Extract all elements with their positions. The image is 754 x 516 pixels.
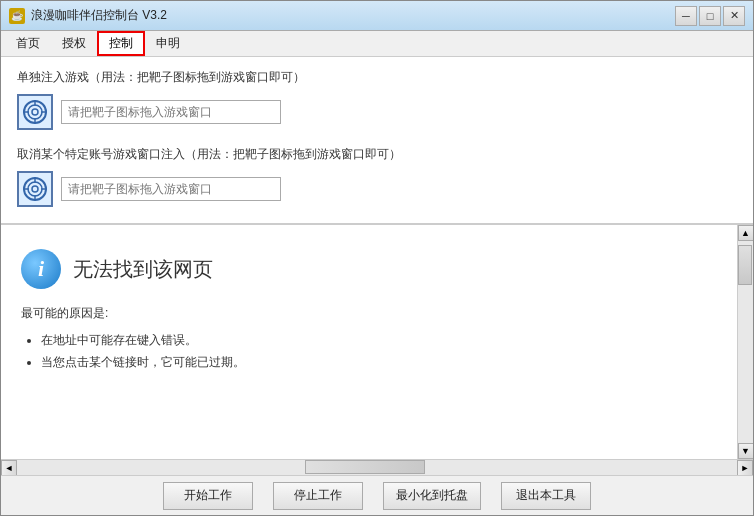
section2-inject-row — [17, 171, 737, 207]
control-panel: 单独注入游戏（用法：把靶子图标拖到游戏窗口即可） — [1, 57, 753, 224]
browser-wrapper: i 无法找到该网页 最可能的原因是: 在地址中可能存在键入错误。 当您点击某个链… — [1, 224, 753, 475]
window-controls: ─ □ ✕ — [675, 6, 745, 26]
exit-button[interactable]: 退出本工具 — [501, 482, 591, 510]
target-icon-2[interactable] — [17, 171, 53, 207]
main-window: ☕ 浪漫咖啡伴侣控制台 V3.2 ─ □ ✕ 首页 授权 控制 申明 单独注入游… — [0, 0, 754, 516]
menu-item-auth[interactable]: 授权 — [51, 32, 97, 55]
menu-item-home[interactable]: 首页 — [5, 32, 51, 55]
target-icon-1[interactable] — [17, 94, 53, 130]
svg-point-8 — [28, 182, 42, 196]
error-list: 在地址中可能存在键入错误。 当您点击某个链接时，它可能已过期。 — [41, 330, 717, 373]
maximize-button[interactable]: □ — [699, 6, 721, 26]
scroll-thumb-v[interactable] — [738, 245, 752, 285]
scroll-track-h[interactable] — [17, 460, 737, 475]
crosshair-icon-2 — [21, 175, 49, 203]
minimize-tray-button[interactable]: 最小化到托盘 — [383, 482, 481, 510]
menu-item-declare[interactable]: 申明 — [145, 32, 191, 55]
browser-area: i 无法找到该网页 最可能的原因是: 在地址中可能存在键入错误。 当您点击某个链… — [1, 224, 753, 459]
error-title-row: i 无法找到该网页 — [21, 249, 717, 289]
svg-point-2 — [32, 109, 38, 115]
bottom-toolbar: 开始工作 停止工作 最小化到托盘 退出本工具 — [1, 475, 753, 515]
menu-item-control[interactable]: 控制 — [97, 31, 145, 56]
scroll-track-v[interactable] — [738, 241, 753, 443]
error-desc: 最可能的原因是: — [21, 305, 717, 322]
title-bar: ☕ 浪漫咖啡伴侣控制台 V3.2 ─ □ ✕ — [1, 1, 753, 31]
error-item-0: 在地址中可能存在键入错误。 — [41, 330, 717, 352]
horizontal-scrollbar: ◄ ► — [1, 459, 753, 475]
inject-input-1[interactable] — [61, 100, 281, 124]
menu-bar: 首页 授权 控制 申明 — [1, 31, 753, 57]
scroll-right-button[interactable]: ► — [737, 460, 753, 476]
info-icon: i — [21, 249, 61, 289]
stop-work-button[interactable]: 停止工作 — [273, 482, 363, 510]
error-title: 无法找到该网页 — [73, 256, 213, 283]
svg-point-9 — [32, 186, 38, 192]
inject-input-2[interactable] — [61, 177, 281, 201]
browser-content: i 无法找到该网页 最可能的原因是: 在地址中可能存在键入错误。 当您点击某个链… — [1, 225, 737, 459]
start-work-button[interactable]: 开始工作 — [163, 482, 253, 510]
crosshair-icon-1 — [21, 98, 49, 126]
vertical-scrollbar: ▲ ▼ — [737, 225, 753, 459]
scroll-up-button[interactable]: ▲ — [738, 225, 754, 241]
scroll-left-button[interactable]: ◄ — [1, 460, 17, 476]
section1-title: 单独注入游戏（用法：把靶子图标拖到游戏窗口即可） — [17, 69, 737, 86]
scroll-down-button[interactable]: ▼ — [738, 443, 754, 459]
svg-point-1 — [28, 105, 42, 119]
main-content: 单独注入游戏（用法：把靶子图标拖到游戏窗口即可） — [1, 57, 753, 475]
error-item-1: 当您点击某个链接时，它可能已过期。 — [41, 352, 717, 374]
section2-title: 取消某个特定账号游戏窗口注入（用法：把靶子图标拖到游戏窗口即可） — [17, 146, 737, 163]
section1-inject-row — [17, 94, 737, 130]
close-button[interactable]: ✕ — [723, 6, 745, 26]
app-icon: ☕ — [9, 8, 25, 24]
scroll-thumb-h[interactable] — [305, 460, 425, 474]
minimize-button[interactable]: ─ — [675, 6, 697, 26]
window-title: 浪漫咖啡伴侣控制台 V3.2 — [31, 7, 675, 24]
